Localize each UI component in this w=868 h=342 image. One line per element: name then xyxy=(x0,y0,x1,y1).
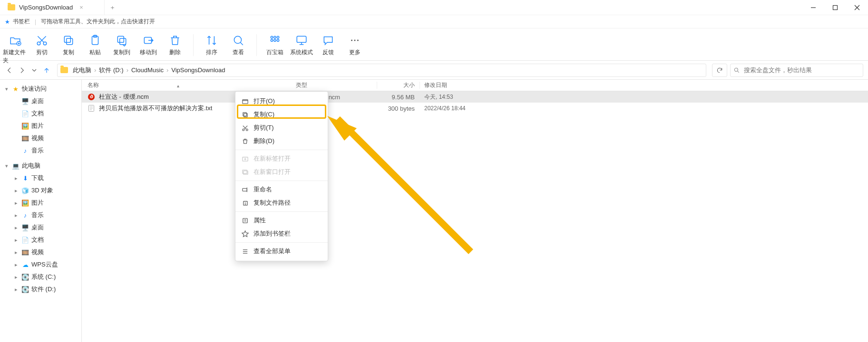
svg-rect-15 xyxy=(117,36,124,42)
document-icon: 📄 xyxy=(21,236,29,244)
scissors-icon xyxy=(241,124,249,132)
copy-to-button[interactable]: 复制到 xyxy=(109,31,134,57)
ctx-open[interactable]: 打开(O) xyxy=(235,95,328,108)
refresh-button[interactable] xyxy=(712,64,727,77)
star-icon xyxy=(241,230,249,238)
delete-button[interactable]: 删除 xyxy=(163,31,187,57)
monitor-icon xyxy=(295,33,308,48)
tree-wps-cloud[interactable]: ▸☁WPS云盘 xyxy=(0,258,81,271)
file-list[interactable]: 名称▴ 类型 大小 修改日期 杜宣达 - 缓缓.ncm cloudmusic.n… xyxy=(82,80,868,342)
column-headers[interactable]: 名称▴ 类型 大小 修改日期 xyxy=(82,80,868,91)
tree-drive-d[interactable]: ▸💽软件 (D:) xyxy=(0,283,81,295)
svg-point-25 xyxy=(277,39,279,41)
move-to-button[interactable]: 移动到 xyxy=(136,31,161,57)
col-size[interactable]: 大小 xyxy=(377,81,419,89)
history-dropdown[interactable] xyxy=(29,66,39,75)
new-tab-button[interactable]: ＋ xyxy=(105,0,120,15)
forward-button[interactable] xyxy=(17,66,27,75)
copy-to-icon xyxy=(116,33,128,48)
tree-music[interactable]: ▸♪音乐 xyxy=(0,209,81,221)
col-date[interactable]: 修改日期 xyxy=(419,81,486,89)
tree-this-pc[interactable]: ▾ 💻 此电脑 xyxy=(0,160,81,172)
txt-file-icon xyxy=(88,104,95,112)
properties-icon xyxy=(241,217,249,224)
file-size: 9.56 MB xyxy=(377,94,419,101)
tree-documents[interactable]: ▸📄文档 xyxy=(0,234,81,246)
ctx-add-bookmark[interactable]: 添加到书签栏 xyxy=(235,227,328,240)
tree-music[interactable]: ▸♪音乐 xyxy=(0,144,81,157)
svg-rect-12 xyxy=(64,36,70,42)
cut-button[interactable]: 剪切 xyxy=(29,31,54,57)
paste-button[interactable]: 粘贴 xyxy=(83,31,107,57)
minimize-button[interactable] xyxy=(802,0,824,15)
ctx-delete[interactable]: 删除(D) xyxy=(235,134,328,148)
chat-icon xyxy=(322,33,334,48)
crumb-drive[interactable]: 软件 (D:) xyxy=(99,66,123,75)
search-input[interactable] xyxy=(743,66,860,74)
tree-3d-objects[interactable]: ▸🧊3D 对象 xyxy=(0,184,81,197)
file-row[interactable]: 杜宣达 - 缓缓.ncm cloudmusic.ncm 9.56 MB 今天, … xyxy=(82,91,868,103)
separator xyxy=(235,242,328,243)
move-to-icon xyxy=(142,33,155,48)
file-row[interactable]: 拷贝后其他播放器不可播放的解决方案.txt 300 bytes 2022/4/2… xyxy=(82,103,868,114)
copy-path-icon xyxy=(241,199,249,207)
feedback-button[interactable]: 反馈 xyxy=(316,31,341,57)
svg-point-30 xyxy=(354,40,356,41)
chevron-icon: › xyxy=(166,66,168,74)
ctx-all-menu[interactable]: 查看全部菜单 xyxy=(235,245,328,258)
crumb-this-pc[interactable]: 此电脑 xyxy=(73,66,91,75)
tree-desktop[interactable]: ▸🖥️桌面 xyxy=(0,221,81,234)
tree-drive-c[interactable]: ▸💽系统 (C:) xyxy=(0,271,81,283)
tab-active[interactable]: VipSongsDownload × xyxy=(0,0,105,15)
view-icon xyxy=(232,33,244,48)
chevron-icon: › xyxy=(94,66,96,74)
ctx-properties[interactable]: 属性 xyxy=(235,214,328,227)
search-box[interactable] xyxy=(730,64,863,77)
pc-icon: 💻 xyxy=(11,162,20,170)
sort-button[interactable]: 排序 xyxy=(199,31,224,57)
ctx-rename[interactable]: 重命名 xyxy=(235,183,328,196)
new-folder-button[interactable]: 新建文件夹 xyxy=(3,31,28,65)
more-button[interactable]: 更多 xyxy=(342,31,367,57)
col-name[interactable]: 名称▴ xyxy=(82,81,296,89)
search-icon xyxy=(733,67,740,74)
bookmark-strip: ★ 书签栏 | 可拖动常用工具、文件夹到此，点击快速打开 xyxy=(0,15,868,28)
new-window-icon xyxy=(241,168,249,176)
svg-point-22 xyxy=(277,36,279,38)
ctx-cut[interactable]: 剪切(T) xyxy=(235,121,328,134)
col-type[interactable]: 类型 xyxy=(296,81,377,89)
close-button[interactable] xyxy=(846,0,868,15)
ctx-copy-path[interactable]: 复制文件路径 xyxy=(235,196,328,209)
maximize-button[interactable] xyxy=(824,0,846,15)
copy-button[interactable]: 复制 xyxy=(56,31,81,57)
sidebar-tree[interactable]: ▾ ★ 快速访问 ▸🖥️桌面 ▸📄文档 ▸🖼️图片 ▸🎞️视频 ▸♪音乐 ▾ 💻… xyxy=(0,80,82,342)
tree-documents[interactable]: ▸📄文档 xyxy=(0,107,81,120)
window-controls xyxy=(802,0,868,15)
back-button[interactable] xyxy=(5,66,14,75)
system-mode-button[interactable]: 系统模式 xyxy=(289,31,314,57)
tree-downloads[interactable]: ▸⬇下载 xyxy=(0,172,81,184)
tree-quick-access[interactable]: ▾ ★ 快速访问 xyxy=(0,83,81,95)
file-name: 拷贝后其他播放器不可播放的解决方案.txt xyxy=(99,104,212,113)
breadcrumb[interactable]: 此电脑 › 软件 (D:) › CloudMusic › VipSongsDow… xyxy=(57,64,706,77)
bookmark-hint: 可拖动常用工具、文件夹到此，点击快速打开 xyxy=(41,18,155,26)
new-tab-icon xyxy=(241,155,249,162)
separator xyxy=(235,150,328,150)
tree-videos[interactable]: ▸🎞️视频 xyxy=(0,246,81,258)
tree-videos[interactable]: ▸🎞️视频 xyxy=(0,132,81,144)
tree-desktop[interactable]: ▸🖥️桌面 xyxy=(0,95,81,107)
up-button[interactable] xyxy=(42,66,51,75)
drive-icon: 💽 xyxy=(21,273,29,281)
svg-point-32 xyxy=(734,68,738,71)
crumb-current[interactable]: VipSongsDownload xyxy=(171,66,225,74)
tree-pictures[interactable]: ▸🖼️图片 xyxy=(0,197,81,209)
crumb-cloudmusic[interactable]: CloudMusic xyxy=(131,66,164,74)
cloud-icon: ☁ xyxy=(21,260,29,269)
tree-pictures[interactable]: ▸🖼️图片 xyxy=(0,120,81,132)
tab-close-button[interactable]: × xyxy=(77,4,86,11)
treasure-button[interactable]: 百宝箱 xyxy=(263,31,287,57)
ncm-file-icon xyxy=(88,93,95,101)
open-icon xyxy=(241,97,249,105)
view-button[interactable]: 查看 xyxy=(226,31,251,57)
ctx-copy[interactable]: 复制(C) xyxy=(235,108,328,121)
